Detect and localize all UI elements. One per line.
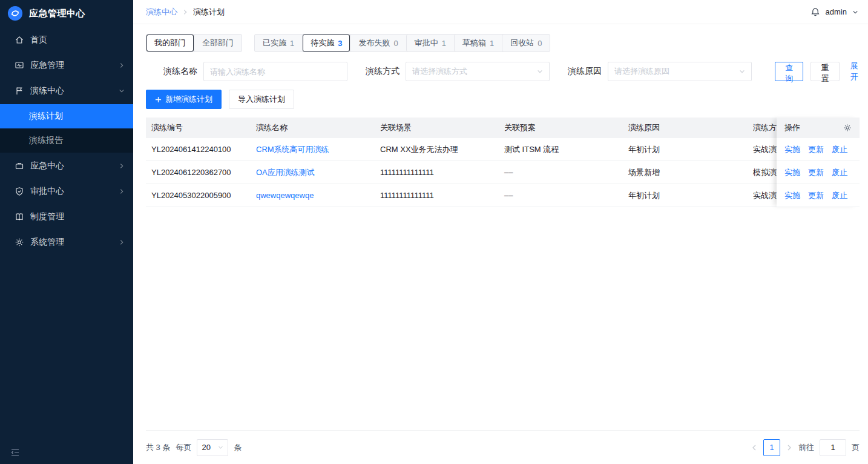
page-1-button[interactable]: 1 [763,439,780,456]
status-tab-group: 已实施 1 待实施 3 发布失败 0 审批中 1 [254,34,550,52]
drill-name-link[interactable]: OA应用演练测试 [256,168,315,177]
op-abolish-link[interactable]: 废止 [832,144,847,155]
tab-in-approval[interactable]: 审批中 1 [406,35,454,51]
sidebar-item-drill-report[interactable]: 演练报告 [0,128,133,153]
goto-page-input[interactable] [820,439,846,456]
sidebar-item-emergency-center[interactable]: 应急中心 [0,154,133,178]
tab-recycle-bin[interactable]: 回收站 0 [502,35,550,51]
ops-row: 实施 更新 废止 [777,184,860,207]
table-row: YL2024053022005900 qwewqewqewqe 11111111… [146,184,860,207]
approval-center-icon [15,187,24,196]
search-button[interactable]: 查询 [775,62,803,81]
tab-count: 1 [290,39,294,48]
system-management-icon [15,237,24,247]
bell-icon[interactable] [810,7,820,17]
tab-count: 0 [393,39,398,48]
drill-name-label: 演练名称 [163,66,197,77]
scene-cell: 11111111111111 [375,168,499,177]
pagination-total: 共 3 条 [146,442,170,453]
drill-name-link[interactable]: CRM系统高可用演练 [256,145,329,154]
drill-plan-table: 演练编号 演练名称 关联场景 关联预案 演练原因 演练方式 YL20240614… [146,118,860,207]
op-update-link[interactable]: 更新 [808,190,824,201]
per-page-select[interactable]: 20 [197,439,228,456]
tab-publish-failed[interactable]: 发布失败 0 [350,35,406,51]
user-menu[interactable]: admin [810,7,858,17]
chevron-down-icon [537,68,543,75]
pagination-right: 1 前往 页 [751,439,860,456]
tab-my-department[interactable]: 我的部门 [146,35,194,51]
table-row: YL2024061220362700 OA应用演练测试 111111111111… [146,161,860,184]
tab-drafts[interactable]: 草稿箱 1 [454,35,502,51]
reason-cell: 年初计划 [623,190,747,201]
ops-row: 实施 更新 废止 [777,161,860,184]
per-page-label: 每页 [176,442,191,453]
sidebar-item-emergency-management[interactable]: 应急管理 [0,53,133,78]
drill-reason-select[interactable]: 请选择演练原因 [608,62,752,81]
op-update-link[interactable]: 更新 [808,144,824,155]
logo-swirl-icon [7,5,23,21]
op-implement-link[interactable]: 实施 [784,190,800,201]
add-drill-plan-button[interactable]: 新增演练计划 [146,90,222,109]
sidebar-item-approval-center[interactable]: 审批中心 [0,179,133,204]
sidebar: 应急管理中心 首页 应急管理 [0,0,133,464]
main-area: 演练中心 演练计划 admin 我的 [133,0,868,464]
chevron-right-icon [119,188,125,194]
op-implement-link[interactable]: 实施 [784,167,800,178]
drill-name-link[interactable]: qwewqewqewqe [256,191,314,200]
sidebar-item-drill-center[interactable]: 演练中心 [0,79,133,103]
tab-count: 0 [538,39,542,48]
op-implement-link[interactable]: 实施 [784,144,800,155]
next-page-icon[interactable] [786,444,793,451]
drill-center-submenu: 演练计划 演练报告 [0,104,133,153]
table-header-row: 演练编号 演练名称 关联场景 关联预案 演练原因 演练方式 [146,118,860,138]
plan-cell: –– [499,168,623,177]
prev-page-icon[interactable] [751,444,758,451]
topbar: 演练中心 演练计划 admin [133,0,868,24]
tab-implemented[interactable]: 已实施 1 [255,35,302,51]
tab-pending-implementation[interactable]: 待实施 3 [302,35,350,51]
plan-cell: 测试 ITSM 流程 [499,144,623,155]
sidebar-item-home[interactable]: 首页 [0,28,133,52]
collapse-sidebar-icon[interactable] [10,447,21,458]
plus-icon [155,96,162,103]
scene-cell: CRM XX业务无法办理 [375,144,499,155]
drill-method-select[interactable]: 请选择演练方式 [406,62,550,81]
col-plan-header: 关联预案 [499,122,623,133]
pagination-left: 共 3 条 每页 20 条 [146,439,242,456]
policy-management-icon [15,212,24,222]
home-icon [15,35,24,45]
col-ops-header: 操作 [777,118,860,138]
sidebar-item-drill-plan[interactable]: 演练计划 [0,104,133,128]
drill-reason-label: 演练原因 [568,66,602,77]
breadcrumb-link-drill-center[interactable]: 演练中心 [146,7,177,18]
reset-button[interactable]: 重置 [810,62,839,81]
op-abolish-link[interactable]: 废止 [832,167,847,178]
expand-link[interactable]: 展开 [849,61,860,82]
col-reason-header: 演练原因 [623,122,747,133]
table-ops-column: 操作 实施 更新 废止 实施 更新 废止 [777,118,860,207]
filter-drill-name: 演练名称 [163,62,347,81]
ops-row: 实施 更新 废止 [777,138,860,161]
emergency-management-icon [15,61,24,70]
emergency-center-icon [15,161,24,171]
import-drill-plan-button[interactable]: 导入演练计划 [229,90,294,109]
breadcrumb: 演练中心 演练计划 [146,7,225,18]
table-row: YL2024061412240100 CRM系统高可用演练 CRM XX业务无法… [146,138,860,161]
chevron-down-icon [218,445,223,450]
tabs-row: 我的部门 全部部门 已实施 1 待实施 3 [146,34,860,52]
drill-name-input[interactable] [203,62,347,81]
tab-all-departments[interactable]: 全部部门 [194,35,242,51]
op-update-link[interactable]: 更新 [808,167,824,178]
department-tab-group: 我的部门 全部部门 [146,34,242,52]
sidebar-item-system-management[interactable]: 系统管理 [0,230,133,254]
reason-cell: 年初计划 [623,144,747,155]
drill-method-label: 演练方式 [366,66,399,77]
per-page-unit-label: 条 [234,442,242,453]
drill-center-icon [15,86,24,96]
table-settings-gear-icon[interactable] [843,124,852,132]
chevron-down-icon [852,9,858,15]
sidebar-item-policy-management[interactable]: 制度管理 [0,205,133,229]
goto-label: 前往 [798,442,814,453]
op-abolish-link[interactable]: 废止 [832,190,847,201]
tab-count: 1 [490,39,494,48]
